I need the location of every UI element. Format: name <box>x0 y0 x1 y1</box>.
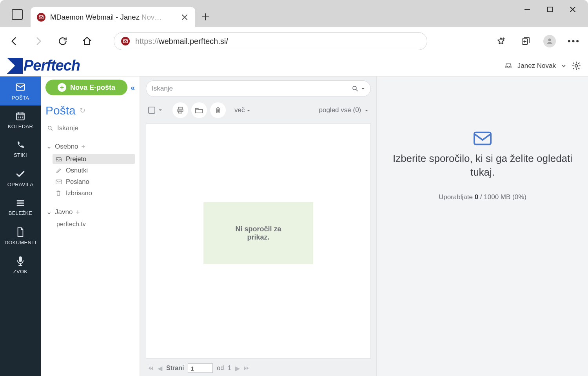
left-rail: POŠTA KOLEDAR STIKI OPRAVILA BELEŽKE DOK… <box>0 55 41 376</box>
url-text: https://webmail.perftech.si/ <box>135 37 228 46</box>
rail-item-tasks[interactable]: OPRAVILA <box>0 163 41 193</box>
collapse-pane-button[interactable]: « <box>131 83 135 92</box>
rail-item-calendar[interactable]: KOLEDAR <box>0 105 41 134</box>
chevron-down-icon[interactable] <box>561 64 566 68</box>
folder-sent[interactable]: Poslano <box>53 176 135 187</box>
reload-button[interactable] <box>54 33 71 50</box>
folder-label: Osnutki <box>66 167 88 174</box>
delete-button[interactable] <box>210 102 226 118</box>
app: POŠTA KOLEDAR STIKI OPRAVILA BELEŽKE DOK… <box>0 55 588 376</box>
folder-trash[interactable]: Izbrisano <box>53 188 135 198</box>
list-icon <box>16 198 25 208</box>
window-minimize-button[interactable] <box>516 0 538 19</box>
user-name[interactable]: Janez Novak <box>517 62 556 70</box>
search-dropdown-button[interactable] <box>361 87 365 91</box>
settings-button[interactable] <box>572 61 581 71</box>
svg-point-9 <box>48 126 51 129</box>
tree-head-public[interactable]: ⌄ Javno + <box>45 206 135 218</box>
browser-toolbar: https://webmail.perftech.si/ ••• <box>0 27 588 55</box>
rail-label: STIKI <box>14 152 27 158</box>
rail-label: POŠTA <box>12 95 29 101</box>
tab-overview-icon[interactable] <box>12 9 23 20</box>
select-dropdown[interactable] <box>158 108 162 112</box>
brand-bar: Perftech Janez Novak <box>0 55 588 76</box>
tree-group-public: ⌄ Javno + perftech.tv <box>45 206 135 229</box>
rail-item-notes[interactable]: BELEŽKE <box>0 193 41 222</box>
pager-of: od <box>217 365 224 372</box>
site-identity-icon[interactable] <box>121 37 130 45</box>
pager-page-input[interactable] <box>188 363 213 373</box>
calendar-icon <box>15 111 25 121</box>
home-button[interactable] <box>78 33 96 50</box>
document-icon <box>16 227 25 237</box>
pager-next-button[interactable]: ▶ <box>235 365 240 372</box>
browser-tab[interactable]: MDaemon Webmail - Janez Nov… <box>31 7 195 27</box>
group-label: Javno <box>55 208 73 216</box>
pencil-icon <box>56 167 63 174</box>
pager-label: Strani <box>166 365 184 372</box>
compose-button[interactable]: + Nova E-pošta <box>45 80 127 95</box>
svg-rect-1 <box>548 7 552 12</box>
svg-rect-15 <box>474 133 491 145</box>
folder-label: Prejeto <box>66 155 86 163</box>
empty-state: Ni sporočil za prikaz. <box>203 202 313 264</box>
select-all-checkbox[interactable] <box>148 107 155 114</box>
more-menu-button[interactable]: ••• <box>565 33 583 50</box>
address-bar[interactable]: https://webmail.perftech.si/ <box>114 32 427 50</box>
rail-label: BELEŽKE <box>9 210 33 216</box>
microphone-icon <box>16 256 24 266</box>
pager-first-button[interactable]: ⏮ <box>147 365 154 372</box>
browser-chrome: MDaemon Webmail - Janez Nov… https://web… <box>0 0 588 55</box>
brand-logo[interactable]: Perftech <box>7 57 80 74</box>
rail-label: OPRAVILA <box>7 182 33 187</box>
window-close-button[interactable] <box>562 0 583 19</box>
tab-close-button[interactable] <box>181 14 188 21</box>
add-folder-button[interactable]: + <box>82 143 85 151</box>
folder-search-button[interactable]: Iskanje <box>47 124 135 132</box>
inbox-icon <box>505 62 512 69</box>
window-maximize-button[interactable] <box>539 0 561 19</box>
svg-point-4 <box>548 38 551 41</box>
list-search-input[interactable]: Iskanje <box>146 80 371 97</box>
message-list: Ni sporočil za prikaz. <box>146 124 371 359</box>
tree-head-personal[interactable]: ⌄ Osebno + <box>45 141 135 152</box>
refresh-folders-button[interactable]: ↻ <box>80 106 85 115</box>
favorites-button[interactable] <box>492 33 510 50</box>
reading-pane: Izberite sporočilo, ki si ga želite ogle… <box>377 55 588 376</box>
inbox-folder-icon <box>56 156 63 162</box>
folder-drafts[interactable]: Osnutki <box>53 165 135 176</box>
forward-button[interactable] <box>30 33 47 50</box>
plus-icon: + <box>58 83 66 92</box>
rail-item-contacts[interactable]: STIKI <box>0 134 41 163</box>
rail-item-mail[interactable]: POŠTA <box>0 76 41 105</box>
folder-inbox[interactable]: Prejeto <box>53 154 135 164</box>
envelope-large-icon <box>474 131 492 145</box>
rail-item-documents[interactable]: DOKUMENTI <box>0 222 41 251</box>
profile-button[interactable] <box>541 33 558 50</box>
public-subfolder[interactable]: perftech.tv <box>55 219 135 229</box>
svg-point-5 <box>575 64 577 67</box>
more-menu[interactable]: več <box>234 106 250 114</box>
add-folder-button[interactable]: + <box>76 208 80 216</box>
move-to-folder-button[interactable] <box>191 102 207 118</box>
pager-total: 1 <box>228 365 231 372</box>
compose-label: Nova E-pošta <box>70 84 115 92</box>
tab-title: MDaemon Webmail - Janez Nov… <box>50 13 162 22</box>
back-button[interactable] <box>5 33 23 50</box>
rail-item-voice[interactable]: ZVOK <box>0 251 41 280</box>
pager-prev-button[interactable]: ◀ <box>158 365 162 372</box>
tab-favicon-icon <box>37 13 45 22</box>
avatar-icon <box>543 35 556 47</box>
storage-usage: Uporabljate 0 / 1000 MB (0%) <box>439 193 526 201</box>
rail-label: DOKUMENTI <box>5 240 36 245</box>
view-filter[interactable]: pogled vse (0) <box>319 106 369 114</box>
chevron-down-icon: ⌄ <box>46 208 52 216</box>
collections-button[interactable] <box>517 33 534 50</box>
print-button[interactable] <box>172 102 188 118</box>
trash-icon <box>56 190 63 196</box>
svg-rect-8 <box>19 256 22 262</box>
titlebar: MDaemon Webmail - Janez Nov… <box>0 0 588 27</box>
brand-name: Perftech <box>24 57 80 74</box>
new-tab-button[interactable] <box>195 7 216 27</box>
pager-last-button[interactable]: ⏭ <box>244 365 250 372</box>
